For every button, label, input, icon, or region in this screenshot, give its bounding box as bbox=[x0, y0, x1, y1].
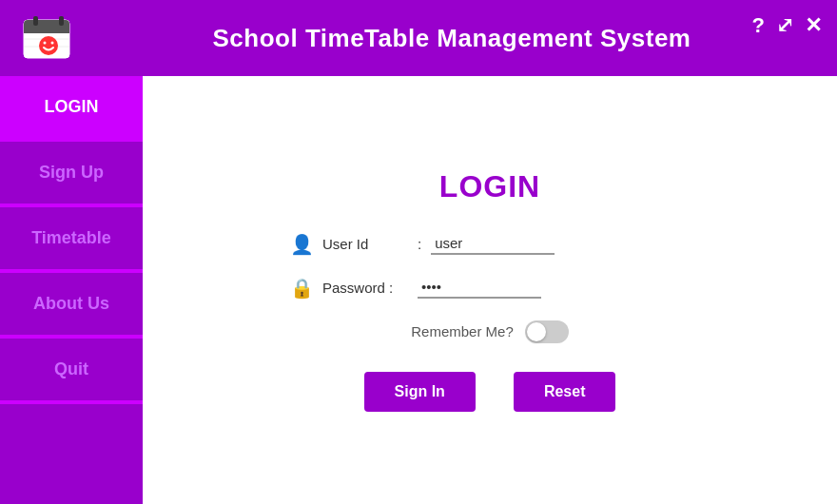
title-bar: School TimeTable Management System ? ⤢ ✕ bbox=[0, 0, 837, 76]
signin-button[interactable]: Sign In bbox=[364, 372, 476, 412]
app-title: School TimeTable Management System bbox=[82, 24, 822, 53]
app-logo bbox=[15, 10, 82, 67]
password-row: 🔒 Password : bbox=[290, 277, 690, 300]
remember-row: Remember Me? bbox=[290, 320, 690, 343]
sidebar-item-timetable[interactable]: Timetable bbox=[0, 207, 143, 269]
remember-toggle[interactable] bbox=[525, 320, 569, 343]
svg-rect-2 bbox=[24, 28, 69, 33]
userid-label: User Id bbox=[322, 236, 418, 252]
password-label: Password : bbox=[322, 280, 418, 296]
svg-point-7 bbox=[39, 36, 58, 55]
svg-rect-4 bbox=[59, 16, 64, 26]
svg-point-9 bbox=[51, 41, 54, 44]
sidebar-item-quit[interactable]: Quit bbox=[0, 339, 143, 400]
sidebar-item-aboutus[interactable]: About Us bbox=[0, 273, 143, 335]
main-layout: LOGIN Sign Up Timetable About Us Quit LO… bbox=[0, 76, 837, 504]
user-icon: 👤 bbox=[290, 233, 317, 256]
sidebar-divider-5 bbox=[0, 400, 143, 404]
userid-row: 👤 User Id : bbox=[290, 233, 690, 256]
reset-button[interactable]: Reset bbox=[514, 372, 616, 412]
svg-point-8 bbox=[44, 41, 47, 44]
svg-rect-3 bbox=[33, 16, 38, 26]
maximize-button[interactable]: ⤢ bbox=[776, 13, 793, 38]
sidebar: LOGIN Sign Up Timetable About Us Quit bbox=[0, 76, 143, 504]
content-area: LOGIN 👤 User Id : 🔒 Password : Remember … bbox=[143, 76, 837, 504]
userid-input[interactable] bbox=[431, 233, 555, 255]
help-button[interactable]: ? bbox=[752, 13, 765, 38]
sidebar-item-login[interactable]: LOGIN bbox=[0, 76, 143, 138]
login-form: LOGIN 👤 User Id : 🔒 Password : Remember … bbox=[290, 169, 690, 412]
close-button[interactable]: ✕ bbox=[805, 13, 822, 38]
toggle-knob bbox=[527, 322, 546, 341]
password-input[interactable] bbox=[418, 277, 541, 299]
login-heading: LOGIN bbox=[290, 169, 690, 204]
window-controls: ? ⤢ ✕ bbox=[752, 13, 822, 38]
lock-icon: 🔒 bbox=[290, 277, 317, 300]
sidebar-item-signup[interactable]: Sign Up bbox=[0, 142, 143, 204]
remember-label: Remember Me? bbox=[411, 323, 514, 339]
userid-colon: : bbox=[418, 236, 421, 252]
button-row: Sign In Reset bbox=[290, 372, 690, 412]
